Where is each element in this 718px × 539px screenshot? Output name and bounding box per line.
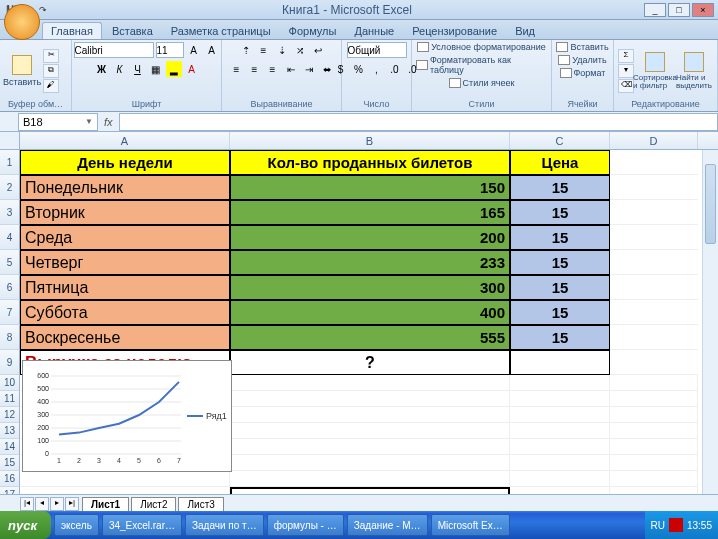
cell[interactable] [610,200,698,225]
chevron-down-icon[interactable]: ▼ [85,117,93,126]
embedded-chart[interactable]: 0100200 300400500 600 123 456 7 Ряд1 [22,360,232,472]
tab-home[interactable]: Главная [42,22,102,39]
shrink-font-icon[interactable]: A [204,42,220,58]
align-bottom-icon[interactable]: ⇣ [274,42,290,58]
indent-dec-icon[interactable]: ⇤ [283,61,299,77]
cell[interactable] [610,391,698,407]
cell[interactable] [510,471,610,487]
cell[interactable]: 150 [230,175,510,200]
cell[interactable] [230,487,510,494]
cell-styles-button[interactable]: Стили ячеек [449,78,515,88]
align-middle-icon[interactable]: ≡ [256,42,272,58]
select-all-corner[interactable] [0,132,20,149]
border-button[interactable]: ▦ [148,61,164,77]
cell[interactable] [610,275,698,300]
row-header[interactable]: 8 [0,325,20,350]
formula-input[interactable] [119,113,718,131]
cell[interactable]: Среда [20,225,230,250]
cell[interactable]: ? [230,350,510,375]
row-header[interactable]: 5 [0,250,20,275]
cell[interactable] [20,471,230,487]
row-header[interactable]: 3 [0,200,20,225]
copy-icon[interactable]: ⧉ [43,64,59,78]
cell[interactable]: Воскресенье [20,325,230,350]
name-box[interactable]: B18 ▼ [18,113,98,131]
cell[interactable]: 200 [230,225,510,250]
indent-inc-icon[interactable]: ⇥ [301,61,317,77]
align-top-icon[interactable]: ⇡ [238,42,254,58]
font-name-input[interactable] [74,42,154,58]
worksheet-grid[interactable]: A B C D 1 День недели Кол-во проданных б… [0,132,718,494]
fx-label[interactable]: fx [98,116,119,128]
row-header[interactable]: 9 [0,350,20,375]
align-center-icon[interactable]: ≡ [247,61,263,77]
sheet-nav-first[interactable]: |◂ [20,497,34,511]
cell[interactable] [610,150,698,175]
tab-insert[interactable]: Вставка [104,23,161,39]
cell[interactable]: 15 [510,275,610,300]
cell[interactable]: 15 [510,225,610,250]
tab-formulas[interactable]: Формулы [281,23,345,39]
find-select-button[interactable]: Найти и выделить [676,47,712,95]
sheet-tab[interactable]: Лист3 [178,497,223,511]
cell[interactable] [610,300,698,325]
cell[interactable] [610,407,698,423]
taskbar-button[interactable]: Задачи по т… [185,514,264,536]
row-header[interactable]: 11 [0,391,20,407]
align-left-icon[interactable]: ≡ [229,61,245,77]
cell[interactable]: 165 [230,200,510,225]
fill-color-button[interactable]: ▂ [166,61,182,77]
cell[interactable] [610,350,698,375]
tray-icon[interactable] [669,518,683,532]
scrollbar-thumb[interactable] [705,164,716,244]
row-header[interactable]: 6 [0,275,20,300]
cell[interactable] [510,391,610,407]
row-header[interactable]: 10 [0,375,20,391]
row-header[interactable]: 17 [0,487,20,494]
col-header-c[interactable]: C [510,132,610,149]
font-color-button[interactable]: A [184,61,200,77]
cell[interactable] [610,375,698,391]
cell[interactable] [610,250,698,275]
taskbar-button[interactable]: формулы - … [267,514,344,536]
clock[interactable]: 13:55 [687,520,712,531]
font-size-input[interactable] [156,42,184,58]
cell[interactable]: 15 [510,250,610,275]
start-button[interactable]: пуск [0,511,51,539]
cell[interactable] [510,455,610,471]
cell[interactable] [510,407,610,423]
cell[interactable]: Суббота [20,300,230,325]
row-header[interactable]: 14 [0,439,20,455]
cell[interactable]: 15 [510,325,610,350]
row-header[interactable]: 2 [0,175,20,200]
cell[interactable]: 555 [230,325,510,350]
italic-button[interactable]: К [112,61,128,77]
tab-view[interactable]: Вид [507,23,543,39]
cell[interactable]: 15 [510,300,610,325]
orientation-icon[interactable]: ⤮ [292,42,308,58]
fill-icon[interactable]: ▾ [618,64,634,78]
cell[interactable] [510,439,610,455]
percent-icon[interactable]: % [351,61,367,77]
sort-filter-button[interactable]: Сортировка и фильтр [637,47,673,95]
format-painter-icon[interactable]: 🖌 [43,79,59,93]
row-header[interactable]: 7 [0,300,20,325]
cell[interactable] [230,391,510,407]
language-indicator[interactable]: RU [651,520,665,531]
cell[interactable] [230,471,510,487]
col-header-a[interactable]: A [20,132,230,149]
align-right-icon[interactable]: ≡ [265,61,281,77]
paste-button[interactable]: Вставить [4,47,40,95]
tab-layout[interactable]: Разметка страницы [163,23,279,39]
bold-button[interactable]: Ж [94,61,110,77]
taskbar-button[interactable]: эксель [54,514,99,536]
cell[interactable]: Пятница [20,275,230,300]
insert-cells-button[interactable]: Вставить [556,42,608,52]
inc-decimal-icon[interactable]: .0 [387,61,403,77]
row-header[interactable]: 12 [0,407,20,423]
cell[interactable] [20,487,230,494]
row-header[interactable]: 15 [0,455,20,471]
cell[interactable] [610,439,698,455]
wrap-text-icon[interactable]: ↩ [310,42,326,58]
format-cells-button[interactable]: Формат [560,68,606,78]
